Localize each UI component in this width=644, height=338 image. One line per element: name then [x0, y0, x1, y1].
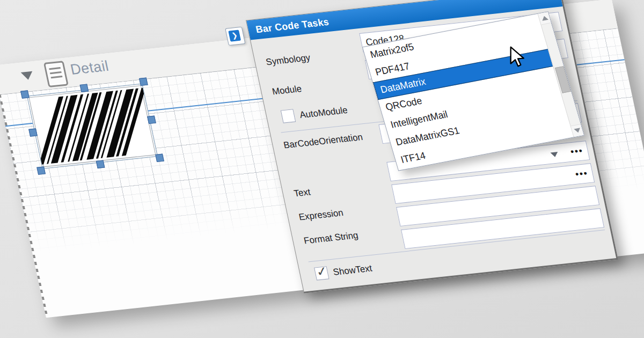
- mouse-cursor-icon: [507, 46, 529, 68]
- ellipsis-button[interactable]: •••: [574, 164, 590, 184]
- automodule-checkbox[interactable]: ✓: [281, 109, 296, 123]
- barcode-selection: [20, 78, 164, 175]
- barcode-control[interactable]: [27, 84, 158, 169]
- resize-handle-ne[interactable]: [139, 78, 148, 86]
- resize-handle-nw[interactable]: [20, 90, 30, 98]
- showtext-checkbox[interactable]: ✓: [314, 266, 330, 281]
- resize-handle-w[interactable]: [28, 128, 38, 136]
- smart-tag-arrow-icon: ❯: [228, 30, 241, 41]
- resize-handle-sw[interactable]: [36, 166, 46, 174]
- orientation-label: BarCodeOrientation: [283, 132, 364, 151]
- band-title[interactable]: Detail: [69, 57, 110, 78]
- scroll-up-icon: [541, 16, 548, 21]
- band-collapse-triangle-icon[interactable]: [21, 71, 34, 80]
- panel-title: Bar Code Tasks: [247, 16, 330, 36]
- barcode-bars: [39, 87, 145, 165]
- smart-tag-button[interactable]: ❯: [225, 27, 245, 46]
- resize-handle-se[interactable]: [155, 154, 164, 162]
- tilted-scene: Detail: [0, 0, 644, 338]
- resize-handle-e[interactable]: [147, 116, 156, 124]
- symbology-label: Symbology: [265, 53, 311, 68]
- detail-band-icon: [43, 61, 69, 87]
- module-label: Module: [271, 84, 303, 98]
- showtext-label: ShowText: [332, 263, 373, 278]
- ellipsis-button[interactable]: •••: [569, 142, 586, 161]
- text-label: Text: [293, 187, 312, 199]
- format-string-label: Format String: [303, 230, 359, 247]
- combo-dropdown-arrow-icon[interactable]: [550, 152, 559, 157]
- resize-handle-s[interactable]: [96, 160, 105, 168]
- expression-label: Expression: [298, 208, 344, 223]
- automodule-label: AutoModule: [299, 105, 349, 121]
- resize-handle-n[interactable]: [80, 84, 89, 92]
- scroll-down-icon: [574, 128, 581, 133]
- marketing-screenshot: Detail: [0, 0, 644, 338]
